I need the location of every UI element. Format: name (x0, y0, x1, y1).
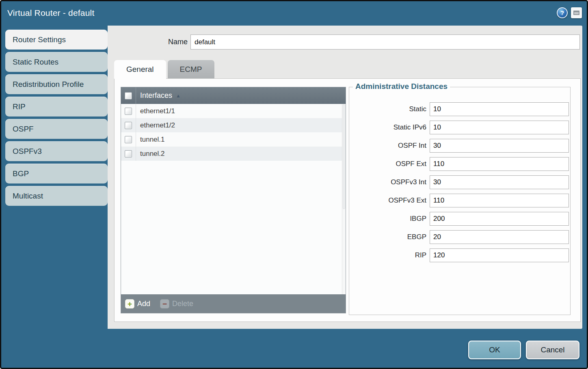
interface-name: tunnel.1 (140, 136, 165, 144)
distance-field-input[interactable] (430, 121, 569, 134)
sort-asc-icon[interactable]: ▲ (176, 93, 181, 99)
title-bar: Virtual Router - default ? (1, 1, 587, 26)
table-scrollbar-thumb[interactable] (343, 104, 345, 209)
distance-field-input[interactable] (430, 194, 569, 207)
distance-field-row: EBGP (349, 230, 570, 244)
sidebar-item[interactable]: Router Settings (5, 30, 108, 50)
sidebar-item-label: Router Settings (13, 35, 66, 44)
interfaces-table-footer: + Add − Delete (121, 294, 346, 313)
row-checkbox-cell (121, 104, 136, 118)
sidebar-item-label: RIP (13, 102, 26, 111)
name-input[interactable] (190, 35, 580, 50)
row-checkbox[interactable] (125, 150, 132, 158)
inner-tab-label: ECMP (180, 65, 202, 74)
distance-field-label: OSPF Int (349, 142, 426, 150)
help-icon[interactable]: ? (557, 7, 568, 18)
distance-field-input[interactable] (430, 139, 569, 153)
window-icon[interactable] (571, 7, 582, 18)
window-pane-glyph (573, 11, 579, 15)
sidebar-item-label: Redistribution Profile (13, 80, 84, 89)
inner-tab[interactable]: ECMP (168, 60, 214, 78)
sidebar-item[interactable]: BGP (5, 164, 108, 183)
delete-button-label: Delete (172, 300, 193, 308)
interface-name: ethernet1/2 (140, 121, 175, 129)
interfaces-rows: ethernet1/1 ethernet1/2 (121, 104, 346, 294)
add-button[interactable]: + Add (125, 299, 150, 309)
row-checkbox-cell (121, 118, 136, 132)
interfaces-table: Interfaces ▲ ethernet1/1 (121, 87, 346, 313)
sidebar-item-label: BGP (13, 169, 29, 178)
distance-field-row: IBGP (349, 212, 570, 226)
sidebar-item-label: OSPF (13, 125, 34, 134)
administrative-distances-group: Administrative Distances Static Static I… (349, 87, 571, 315)
content-area: Name General ECMP Inte (108, 26, 582, 329)
cancel-button-label: Cancel (540, 345, 564, 354)
distance-field-row: Static IPv6 (349, 121, 570, 134)
sidebar-item-label: Multicast (13, 192, 43, 201)
cancel-button[interactable]: Cancel (526, 341, 579, 359)
distance-field-input[interactable] (430, 157, 569, 171)
distance-field-input[interactable] (430, 175, 569, 189)
sidebar-item[interactable]: RIP (5, 97, 108, 117)
distance-field-row: RIP (349, 248, 570, 262)
inner-tab-bar: General ECMP (114, 60, 216, 79)
ok-button-label: OK (489, 345, 500, 354)
distance-field-label: Static IPv6 (349, 123, 426, 132)
distance-field-input[interactable] (430, 230, 569, 244)
delete-button[interactable]: − Delete (160, 299, 193, 309)
table-row[interactable]: tunnel.2 (121, 147, 346, 161)
distance-field-label: OSPF Ext (349, 160, 426, 168)
distance-field-label: OSPFv3 Ext (349, 196, 426, 205)
distance-field-row: OSPFv3 Ext (349, 194, 570, 207)
table-row[interactable]: ethernet1/2 (121, 118, 346, 132)
sidebar-item[interactable]: Multicast (5, 186, 108, 206)
sidebar-item-label: OSPFv3 (13, 147, 42, 156)
row-checkbox-cell (121, 132, 136, 147)
table-row[interactable]: ethernet1/1 (121, 104, 346, 118)
distance-field-input[interactable] (430, 248, 569, 262)
distance-field-row: OSPFv3 Int (349, 175, 570, 189)
distance-field-input[interactable] (430, 102, 569, 116)
table-scrollbar[interactable] (342, 104, 346, 294)
inner-tab-label: General (126, 65, 154, 74)
sidebar-item-label: Static Routes (13, 58, 58, 67)
plus-icon: + (125, 299, 134, 309)
sidebar-item[interactable]: OSPF (5, 119, 108, 139)
table-row[interactable]: tunnel.1 (121, 132, 346, 147)
row-checkbox-cell (121, 147, 136, 161)
distance-field-row: Static (349, 102, 570, 116)
interface-name: tunnel.2 (140, 150, 165, 158)
interface-name: ethernet1/1 (140, 107, 175, 115)
sidebar-item[interactable]: Static Routes (5, 52, 108, 72)
general-panel: Interfaces ▲ ethernet1/1 (114, 78, 581, 322)
distance-field-label: Static (349, 105, 426, 113)
distance-field-input[interactable] (430, 212, 569, 226)
dialog-title: Virtual Router - default (7, 8, 95, 18)
row-checkbox[interactable] (125, 108, 132, 115)
name-label: Name (108, 38, 188, 46)
virtual-router-dialog: Virtual Router - default ? Router Settin… (0, 0, 588, 369)
row-checkbox[interactable] (125, 122, 132, 129)
select-all-checkbox[interactable] (125, 92, 132, 99)
row-checkbox[interactable] (125, 136, 132, 143)
interfaces-table-header: Interfaces ▲ (121, 87, 346, 104)
administrative-distances-legend: Administrative Distances (353, 82, 450, 91)
ok-button[interactable]: OK (468, 341, 521, 359)
help-glyph: ? (560, 9, 564, 16)
distance-field-label: OSPFv3 Int (349, 178, 426, 186)
sidebar-nav: Router Settings Static Routes Redistribu… (5, 30, 108, 208)
interfaces-column-header[interactable]: Interfaces (140, 91, 172, 100)
sidebar-item[interactable]: Redistribution Profile (5, 74, 108, 94)
distance-field-label: IBGP (349, 215, 426, 223)
add-button-label: Add (137, 300, 150, 308)
distance-field-row: OSPF Int (349, 139, 570, 153)
distance-field-row: OSPF Ext (349, 157, 570, 171)
distance-field-label: RIP (349, 251, 426, 259)
administrative-distances-fields: Static Static IPv6 OSPF Int (349, 102, 570, 267)
select-all-cell (121, 87, 136, 104)
minus-icon: − (160, 299, 169, 309)
sidebar-item[interactable]: OSPFv3 (5, 141, 108, 161)
inner-tab[interactable]: General (114, 60, 166, 79)
distance-field-label: EBGP (349, 233, 426, 241)
